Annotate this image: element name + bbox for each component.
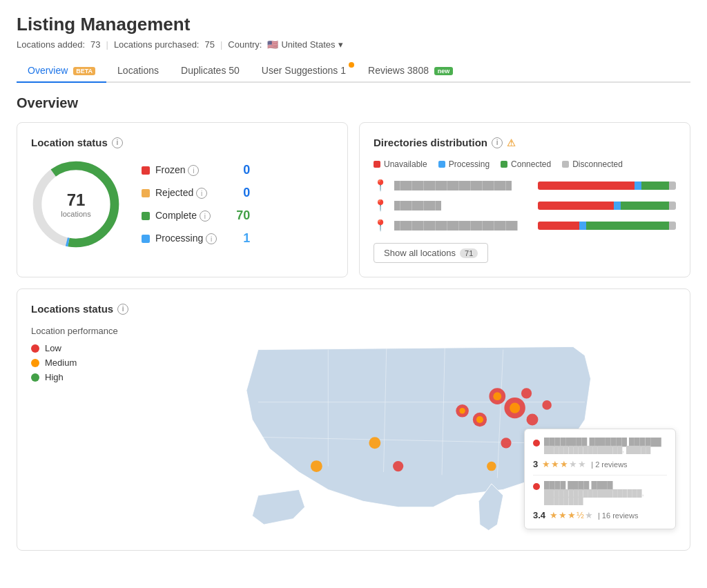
tooltip-dot-2 xyxy=(533,483,540,490)
connected-label: Connected xyxy=(511,159,551,169)
country-selector[interactable]: 🇺🇸 United States ▾ xyxy=(267,39,342,50)
dir-bar-3 xyxy=(538,222,676,230)
bar-disconnected-3 xyxy=(669,222,676,230)
dir-location-row-1: 📍 ████████████████████ xyxy=(374,179,676,192)
disconnected-dot xyxy=(562,161,569,168)
tooltip-reviews-2: | 16 reviews xyxy=(598,511,639,520)
svg-point-10 xyxy=(493,392,501,400)
processing-count: 1 xyxy=(233,231,250,246)
map-marker-5[interactable] xyxy=(521,388,532,398)
legend-frozen: Frozen i 0 xyxy=(142,163,250,177)
low-dot xyxy=(31,344,39,353)
map-area: ████████ ███████ ██████ ████████████████… xyxy=(155,303,676,536)
show-all-locations-button[interactable]: Show all locations 71 xyxy=(374,243,488,263)
frozen-count: 0 xyxy=(233,163,250,177)
location-status-title-text: Location status xyxy=(31,137,108,148)
legend-connected: Connected xyxy=(501,159,551,169)
tab-user-suggestions[interactable]: User Suggestions 1 xyxy=(251,59,357,83)
processing-dot xyxy=(142,235,150,243)
donut-chart: 71 locations xyxy=(31,159,121,249)
frozen-info[interactable]: i xyxy=(188,165,199,176)
tooltip-addr-2: ████████████████████, ████████ xyxy=(544,489,667,504)
page-title: Listing Management xyxy=(17,14,690,35)
complete-label: Complete i xyxy=(155,210,217,222)
dir-legend: Unavailable Processing Connected Disconn… xyxy=(374,159,676,169)
map-marker-8[interactable] xyxy=(501,438,511,448)
unavailable-dot xyxy=(374,161,380,168)
rejected-dot xyxy=(142,189,150,197)
separator-1: | xyxy=(106,39,108,50)
tooltip-score-2: 3.4 xyxy=(533,510,545,520)
location-status-info-icon[interactable]: i xyxy=(112,137,123,148)
map-tooltip: ████████ ███████ ██████ ████████████████… xyxy=(524,429,676,529)
location-status-title: Location status i xyxy=(31,137,333,148)
tab-reviews[interactable]: Reviews 3808 new xyxy=(357,59,464,83)
bar-processing-2 xyxy=(614,202,621,210)
directories-info-icon[interactable]: i xyxy=(492,137,503,148)
bar-unavailable-3 xyxy=(538,222,579,230)
country-label: Country: xyxy=(228,39,262,50)
donut-center: 71 locations xyxy=(61,190,90,218)
rejected-count: 0 xyxy=(233,186,250,200)
processing-dir-dot xyxy=(438,161,445,168)
dir-location-row-2: 📍 ████████ xyxy=(374,199,676,212)
location-status-card: Location status i 71 loca xyxy=(17,122,348,277)
directories-title: Directories distribution i ⚠ xyxy=(374,137,676,148)
rejected-label: Rejected i xyxy=(155,187,217,199)
legend-complete: Complete i 70 xyxy=(142,208,250,223)
processing-label: Processing i xyxy=(155,233,217,245)
legend-processing-dir: Processing xyxy=(438,159,490,169)
status-legend: Frozen i 0 Rejected i 0 Complete i 70 xyxy=(142,163,250,246)
donut-label: locations xyxy=(61,210,90,218)
tooltip-info-1: ████████ ███████ ██████ ████████████████… xyxy=(544,438,661,453)
tooltip-name-2: ████ ████ ████ xyxy=(544,481,667,489)
notification-dot xyxy=(349,62,354,68)
map-marker-6[interactable] xyxy=(542,400,552,410)
locations-status-info-icon[interactable]: i xyxy=(117,304,128,315)
bar-disconnected-2 xyxy=(669,202,676,210)
disconnected-label: Disconnected xyxy=(572,159,623,169)
locations-purchased-label: Locations purchased: xyxy=(114,39,200,50)
rejected-info[interactable]: i xyxy=(196,188,207,199)
map-marker-3[interactable] xyxy=(527,414,539,426)
map-marker-10[interactable] xyxy=(369,437,380,449)
location-pin-1: 📍 xyxy=(374,179,387,192)
tooltip-score-1: 3 xyxy=(533,459,538,469)
svg-point-11 xyxy=(476,416,483,423)
tab-duplicates[interactable]: Duplicates 50 xyxy=(170,59,251,83)
tooltip-info-2: ████ ████ ████ ████████████████████, ███… xyxy=(544,481,667,504)
bar-processing-3 xyxy=(579,222,586,230)
medium-dot xyxy=(31,359,39,367)
map-marker-9[interactable] xyxy=(487,462,496,471)
locations-status-title-text: Locations status xyxy=(31,303,113,315)
processing-info[interactable]: i xyxy=(206,233,217,244)
bar-processing-1 xyxy=(635,182,641,190)
map-marker-12[interactable] xyxy=(393,461,403,471)
tooltip-name-1: ████████ ███████ ██████ xyxy=(544,438,661,446)
directories-title-text: Directories distribution xyxy=(374,137,487,148)
page-subtitle: Locations added: 73 | Locations purchase… xyxy=(17,39,690,50)
page-container: Listing Management Locations added: 73 |… xyxy=(0,0,707,576)
high-label: High xyxy=(45,372,64,382)
overview-section-title: Overview xyxy=(17,95,690,111)
tooltip-dot-1 xyxy=(533,440,540,447)
svg-point-9 xyxy=(510,402,520,413)
tab-overview[interactable]: Overview BETA xyxy=(17,59,106,83)
tab-locations[interactable]: Locations xyxy=(106,59,170,83)
low-label: Low xyxy=(45,343,61,353)
country-name: United States xyxy=(281,39,335,50)
tooltip-rating-2: 3.4 ★★★½★ | 16 reviews xyxy=(533,510,667,520)
tooltip-stars-2: ★★★½★ xyxy=(550,510,594,520)
connected-dot xyxy=(501,161,507,168)
tooltip-stars-1: ★★★★★ xyxy=(542,459,587,469)
processing-dir-label: Processing xyxy=(449,159,490,169)
bar-unavailable-2 xyxy=(538,202,614,210)
dir-location-name-2: ████████ xyxy=(394,201,531,210)
complete-info[interactable]: i xyxy=(200,210,211,222)
dir-location-row-3: 📍 █████████████████████ xyxy=(374,219,676,232)
medium-label: Medium xyxy=(45,357,77,368)
bar-connected-1 xyxy=(641,182,669,190)
complete-count: 70 xyxy=(233,208,250,223)
map-marker-11[interactable] xyxy=(311,460,322,472)
unavailable-label: Unavailable xyxy=(384,159,427,169)
